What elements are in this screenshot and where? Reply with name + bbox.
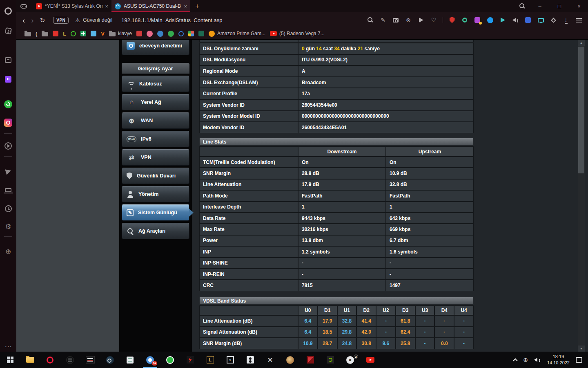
- menu-item-ipv6[interactable]: IPv6IPv6: [122, 131, 189, 147]
- instagram-icon[interactable]: [0, 116, 16, 130]
- back-icon[interactable]: ‹: [22, 16, 25, 24]
- ext-ring-icon[interactable]: [461, 16, 468, 24]
- xbox[interactable]: ✕2: [340, 352, 360, 368]
- web-globe-icon[interactable]: ⊕: [0, 245, 16, 258]
- flow-send-icon[interactable]: [417, 16, 425, 24]
- face-app[interactable]: [280, 352, 300, 368]
- bookmark-power[interactable]: [71, 31, 76, 36]
- bookmark-bracket-app[interactable]: (: [36, 31, 37, 37]
- clock[interactable]: 18:19 14.10.2022: [547, 354, 570, 366]
- red-bolt-app[interactable]: [180, 352, 200, 368]
- tab-asus-router[interactable]: ASUS DSL-AC750 Dual-Ban... ×: [111, 0, 190, 12]
- start-button[interactable]: [0, 352, 20, 368]
- close-button[interactable]: ×: [574, 3, 584, 9]
- search-edit-icon[interactable]: [367, 16, 374, 24]
- green-doc-app[interactable]: [120, 352, 140, 368]
- compose-icon[interactable]: ✎: [379, 16, 387, 24]
- tab-close-icon[interactable]: ×: [184, 3, 187, 9]
- speed-dial-icon[interactable]: [0, 24, 16, 38]
- reload-icon[interactable]: ↻: [40, 17, 45, 23]
- menu-item-network-tools[interactable]: Ağ Araçları: [122, 223, 189, 239]
- x-app[interactable]: ✕: [260, 352, 280, 368]
- flow-share-icon[interactable]: [0, 164, 16, 178]
- menu-item-administration[interactable]: Yönetim: [122, 186, 189, 202]
- whatsapp[interactable]: [160, 352, 180, 368]
- ext-cube-icon[interactable]: [550, 16, 557, 24]
- url-field[interactable]: 192.168.1.1/Main_AdslStatus_Content.asp: [121, 17, 222, 23]
- menu-item-parental-controls[interactable]: ebeveyn denetimi: [122, 40, 189, 55]
- bookmark-blue[interactable]: [157, 31, 163, 37]
- youtube[interactable]: [360, 352, 380, 368]
- steam[interactable]: [100, 352, 120, 368]
- tab-search-icon[interactable]: [519, 3, 525, 9]
- dark-red-app[interactable]: [300, 352, 320, 368]
- bookmark-pink[interactable]: [147, 31, 153, 37]
- ext-mail-icon[interactable]: [474, 16, 481, 24]
- menu-item-firewall[interactable]: Güvenlik Duvarı: [122, 168, 189, 184]
- opera-gx[interactable]: [40, 352, 60, 368]
- bookmark-letter-l[interactable]: L: [63, 31, 66, 37]
- bookmark-letter-v[interactable]: V: [101, 31, 105, 37]
- gx-corner-icon[interactable]: [20, 4, 27, 9]
- bookmark-amazon[interactable]: Amazon Prime Gam...: [209, 31, 265, 37]
- tray-expand-icon[interactable]: [513, 358, 518, 363]
- bookmark-blue-app[interactable]: [91, 31, 96, 36]
- figure-app[interactable]: [240, 352, 260, 368]
- close-circle-icon[interactable]: ⊗: [405, 16, 412, 24]
- devices-icon[interactable]: [0, 183, 16, 197]
- bookmark-tag[interactable]: [136, 31, 142, 36]
- network-icon[interactable]: ⊕: [523, 357, 528, 363]
- ext-plane-icon[interactable]: [499, 16, 506, 24]
- scroll-up-icon[interactable]: ▲: [578, 40, 585, 46]
- bookmark-ring[interactable]: [178, 31, 184, 36]
- forward-icon[interactable]: ›: [31, 16, 33, 24]
- favorites-heart-icon[interactable]: ♡: [430, 16, 437, 24]
- mods-box-icon[interactable]: [0, 53, 16, 67]
- voicemeeter[interactable]: [80, 352, 100, 368]
- vpn-badge[interactable]: VPN: [53, 17, 69, 24]
- whatsapp-icon[interactable]: [0, 97, 16, 111]
- maximize-button[interactable]: □: [555, 3, 564, 9]
- page-scrollbar[interactable]: ▲ ▼: [578, 40, 585, 352]
- ublock-icon[interactable]: [448, 16, 456, 24]
- scroll-down-icon[interactable]: ▼: [578, 346, 585, 352]
- ext-display-icon[interactable]: [537, 16, 544, 24]
- file-explorer[interactable]: [20, 352, 40, 368]
- spotify[interactable]: [60, 352, 80, 368]
- blue-circle-app[interactable]: 9+: [140, 352, 160, 368]
- nvidia[interactable]: [320, 352, 340, 368]
- notification-icon[interactable]: [576, 357, 582, 363]
- minimize-button[interactable]: –: [535, 3, 545, 9]
- volume-icon[interactable]: [534, 357, 541, 363]
- bookmark-folder-1[interactable]: [24, 31, 31, 36]
- menu-item-wireless[interactable]: Kablosuz: [122, 76, 189, 92]
- menu-item-wan[interactable]: ⊕WAN: [122, 112, 189, 129]
- league-of-legends[interactable]: L: [200, 352, 220, 368]
- settings-gear-icon[interactable]: ⚙: [0, 220, 16, 233]
- opera-gx-logo[interactable]: [0, 4, 16, 18]
- player-icon[interactable]: [0, 139, 16, 153]
- bookmark-dark-green[interactable]: [198, 31, 204, 36]
- bookmark-folder-klavye[interactable]: klavye: [109, 31, 132, 36]
- bookmark-pinwheel[interactable]: [188, 31, 194, 36]
- bookmark-sheets[interactable]: [80, 31, 86, 36]
- bookmark-folder-2[interactable]: [42, 31, 48, 36]
- menu-item-system-log[interactable]: ✎Sistem Günlüğü: [122, 204, 189, 221]
- tab-close-icon[interactable]: ×: [105, 3, 108, 9]
- bookmark-green[interactable]: [168, 31, 174, 37]
- bookmark-youtube[interactable]: (5) Radeon Vega 7...: [270, 31, 325, 36]
- snapshot-camera-icon[interactable]: [392, 16, 399, 24]
- tab-audio-icon[interactable]: [512, 16, 519, 24]
- menu-item-vpn[interactable]: ⇄VPN: [122, 149, 189, 166]
- sidebar-toggle-icon[interactable]: [575, 16, 582, 24]
- new-tab-button[interactable]: +: [195, 2, 199, 10]
- scrollbar-thumb[interactable]: [578, 47, 584, 173]
- downloads-icon[interactable]: ↓: [562, 16, 570, 24]
- tab-youtube[interactable]: *YENİ* S13 Sylas Artık Orm... ×: [33, 0, 111, 12]
- bookmark-red-chip[interactable]: [53, 31, 58, 36]
- twitch-icon[interactable]: [0, 72, 16, 86]
- ext-bar-icon[interactable]: [524, 16, 532, 24]
- ext-twitter-icon[interactable]: [486, 16, 494, 24]
- v-box-app[interactable]: v: [220, 352, 240, 368]
- history-clock-icon[interactable]: [0, 202, 16, 215]
